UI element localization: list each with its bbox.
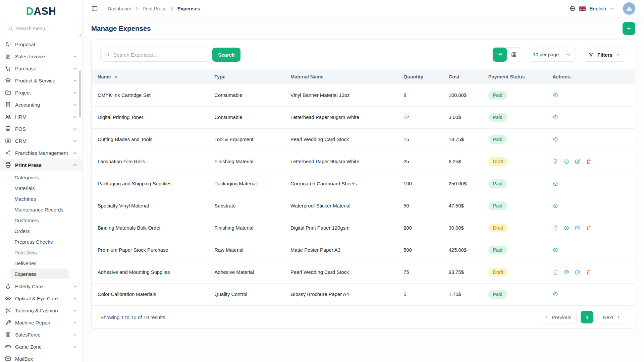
- sidebar-item-crm[interactable]: CRM: [0, 135, 82, 147]
- per-page-select[interactable]: 10 per page: [528, 48, 576, 62]
- cell-payment-status: Paid: [482, 283, 546, 305]
- folder-icon: [5, 89, 11, 96]
- cell-actions: [546, 283, 635, 305]
- sidebar-subitem-orders[interactable]: Orders: [10, 226, 69, 236]
- sidebar-search[interactable]: [4, 23, 78, 34]
- cell-type: Packaging Material: [208, 173, 284, 195]
- sidebar-scrollbar[interactable]: ▲: [78, 34, 82, 362]
- scrollbar-thumb[interactable]: [79, 70, 81, 117]
- edit-action-button[interactable]: [575, 225, 581, 231]
- globe-icon[interactable]: [569, 5, 576, 12]
- view-action-button[interactable]: [552, 136, 558, 142]
- delete-action-button[interactable]: [586, 269, 592, 275]
- sidebar-subitem-customers[interactable]: Customers: [10, 215, 69, 226]
- status-badge: Draft: [488, 224, 508, 232]
- document-action-button[interactable]: [552, 269, 558, 275]
- brand-logo: DASH: [0, 5, 82, 17]
- sidebar-item-print-press[interactable]: Print Press: [0, 159, 82, 171]
- sidebar-item-label: Proposal: [15, 42, 35, 47]
- view-action-button[interactable]: [552, 181, 558, 187]
- scrollbar-up-arrow-icon[interactable]: ▲: [78, 34, 82, 37]
- view-action-button[interactable]: [552, 92, 558, 98]
- status-badge: Paid: [488, 135, 507, 144]
- cell-material: Vinyl Banner Material 13oz: [284, 84, 397, 106]
- document-action-button[interactable]: [552, 159, 558, 165]
- sidebar-item-elderly-care[interactable]: Elderly Care: [0, 280, 82, 292]
- sidebar-item-pos[interactable]: POS: [0, 123, 82, 135]
- sidebar-subitem-print-jobs[interactable]: Print Jobs: [10, 247, 69, 258]
- sidebar-item-mailbox[interactable]: MailBox: [0, 353, 82, 362]
- sidebar-item-machine-repair[interactable]: Machine Repair: [0, 316, 82, 328]
- sidebar-item-accounting[interactable]: Accounting: [0, 99, 82, 111]
- chevron-down-icon: [72, 54, 77, 59]
- sidebar-item-tailoring-fashion[interactable]: Tailoring & Fashion: [0, 304, 82, 316]
- breadcrumb-item-print-press[interactable]: Print Press: [143, 6, 166, 11]
- sidebar-search-input[interactable]: [16, 26, 74, 31]
- sidebar-item-proposal[interactable]: Proposal: [0, 38, 82, 50]
- add-expense-button[interactable]: [623, 22, 635, 35]
- sidebar-subitem-expenses[interactable]: Expenses: [10, 268, 69, 279]
- sidebar-item-purchase[interactable]: Purchase: [0, 62, 82, 74]
- chevron-down-icon: [72, 66, 77, 71]
- cart-icon: [5, 65, 11, 72]
- sidebar-subitem-prepress-checks[interactable]: Prepress Checks: [10, 236, 69, 247]
- next-page-button[interactable]: Next: [597, 311, 626, 323]
- sidebar-toggle-icon[interactable]: [91, 5, 98, 12]
- view-action-button[interactable]: [564, 269, 570, 275]
- sidebar-subitem-materials[interactable]: Materials: [10, 183, 69, 193]
- view-action-button[interactable]: [552, 291, 558, 297]
- breadcrumb-item-dashboard[interactable]: Dashboard: [108, 6, 131, 11]
- cell-cost: 6.25$: [443, 150, 482, 173]
- sidebar-item-hrm[interactable]: HRM: [0, 111, 82, 123]
- chevron-down-icon[interactable]: [609, 6, 614, 11]
- sidebar-item-franchise-management[interactable]: Franchise Management: [0, 147, 82, 159]
- cell-material: Digital Print Paper 120gsm: [284, 217, 397, 239]
- sidebar-subitem-maintenance-records[interactable]: Maintenance Records: [10, 204, 69, 215]
- chevron-down-icon: [72, 308, 77, 313]
- list-view-button[interactable]: [493, 48, 507, 62]
- sidebar-subitem-machines[interactable]: Machines: [10, 193, 69, 204]
- delete-action-button[interactable]: [586, 225, 592, 231]
- sidebar-item-optical-eye-care[interactable]: Optical & Eye Care: [0, 292, 82, 304]
- id-card-icon: [5, 137, 11, 144]
- page-1-button[interactable]: 1: [581, 311, 593, 323]
- cell-actions: [546, 195, 635, 217]
- view-action-button[interactable]: [552, 114, 558, 120]
- search-button[interactable]: Search: [212, 48, 240, 62]
- table-header-row: NameTypeMaterial NameQuantityCostPayment…: [92, 69, 635, 84]
- edit-action-button[interactable]: [575, 269, 581, 275]
- previous-page-button[interactable]: Previous: [539, 311, 577, 323]
- chevron-up-icon: [72, 163, 77, 168]
- sidebar-item-game-zone[interactable]: Game Zone: [0, 341, 82, 353]
- sidebar-submenu-print-press: CategoriesMaterialsMachinesMaintenance R…: [8, 171, 82, 280]
- sidebar-item-sales-invoice[interactable]: Sales Invoice: [0, 50, 82, 62]
- column-header-name[interactable]: Name: [92, 69, 208, 84]
- sidebar-item-salesforce[interactable]: SalesForce: [0, 328, 82, 341]
- sidebar-subitem-deliveries[interactable]: Deliveries: [10, 258, 69, 268]
- grid-view-button[interactable]: [507, 48, 521, 62]
- cell-name: Color Calibration Materials: [92, 283, 208, 305]
- sort-icon[interactable]: [113, 74, 118, 79]
- filters-button[interactable]: Filters: [583, 48, 626, 62]
- sidebar-item-project[interactable]: Project: [0, 86, 82, 99]
- edit-icon: [575, 159, 581, 165]
- status-badge: Paid: [488, 113, 507, 122]
- sidebar-item-label: Tailoring & Fashion: [15, 308, 58, 313]
- expenses-search[interactable]: [100, 48, 208, 62]
- view-action-button[interactable]: [564, 225, 570, 231]
- sidebar-item-label: Game Zone: [15, 344, 42, 350]
- sidebar-item-label: Elderly Care: [15, 284, 43, 289]
- view-action-button[interactable]: [564, 159, 570, 165]
- view-action-button[interactable]: [552, 247, 558, 253]
- expenses-search-input[interactable]: [113, 52, 204, 58]
- language-selector[interactable]: English: [590, 6, 606, 11]
- cell-quantity: 75: [397, 261, 442, 283]
- sidebar-item-label: Print Press: [15, 162, 42, 168]
- sidebar-subitem-categories[interactable]: Categories: [10, 172, 69, 183]
- avatar[interactable]: [623, 2, 635, 15]
- sidebar-item-product-service[interactable]: Product & Service: [0, 74, 82, 86]
- document-action-button[interactable]: [552, 225, 558, 231]
- delete-action-button[interactable]: [586, 159, 592, 165]
- edit-action-button[interactable]: [575, 159, 581, 165]
- view-action-button[interactable]: [552, 203, 558, 209]
